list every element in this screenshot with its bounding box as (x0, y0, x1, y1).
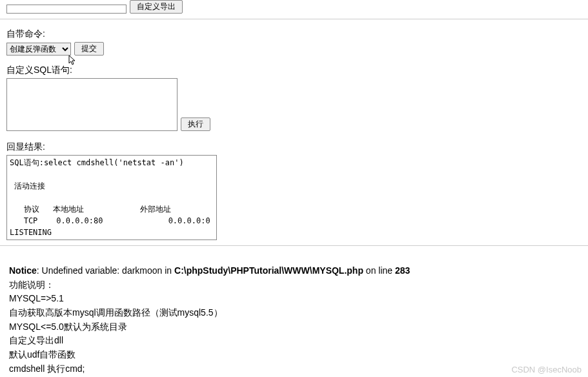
submit-button[interactable]: 提交 (74, 42, 104, 56)
info-line: 自动获取高版本mysql调用函数路径（测试mysql5.5） (9, 306, 582, 320)
info-line: 功能说明： (9, 278, 582, 292)
custom-sql-label: 自定义SQL语句: (6, 65, 588, 76)
php-notice-line: Notice: Undefined variable: darkmoon in … (9, 264, 582, 278)
info-line: MYSQL=>5.1 (9, 292, 582, 306)
info-line: MYSQL<=5.0默认为系统目录 (9, 320, 582, 334)
divider (0, 19, 588, 19)
result-label: 回显结果: (6, 141, 588, 153)
result-textarea[interactable]: SQL语句:select cmdshell('netstat -an') 活动连… (6, 155, 217, 240)
info-line: cmdshell 执行cmd; (9, 362, 582, 376)
watermark: CSDN @IsecNoob (511, 365, 582, 374)
builtin-cmd-label: 自带命令: (6, 28, 588, 40)
info-line: 默认udf自带函数 (9, 348, 582, 362)
builtin-cmd-select[interactable]: 创建反弹函数 (6, 43, 71, 56)
notice-line: 283 (395, 265, 410, 276)
info-line: 自定义导出dll (9, 334, 582, 348)
notice-online: on line (363, 265, 395, 276)
notice-msg: : Undefined variable: darkmoon in (37, 265, 174, 276)
custom-sql-textarea[interactable] (6, 78, 177, 131)
execute-button[interactable]: 执行 (181, 117, 210, 131)
custom-export-button[interactable]: 自定义导出 (130, 0, 183, 14)
divider (0, 245, 588, 246)
notice-path: C:\phpStudy\PHPTutorial\WWW\MYSQL.php (174, 265, 363, 276)
top-textarea[interactable] (6, 5, 127, 14)
notice-prefix: Notice (9, 265, 37, 276)
